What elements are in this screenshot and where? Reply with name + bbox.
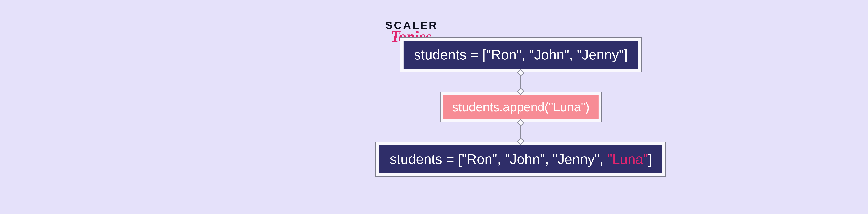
initial-list-node: students = ["Ron", "John", "Jenny"]	[400, 37, 642, 72]
connector-2	[520, 122, 521, 142]
result-prefix: students = ["Ron", "John", "Jenny",	[390, 151, 607, 167]
connector-1	[520, 72, 521, 92]
result-list-code: students = ["Ron", "John", "Jenny", "Lun…	[379, 145, 662, 173]
result-highlight: "Luna"	[607, 151, 648, 167]
append-diagram: students = ["Ron", "John", "Jenny"] stud…	[375, 37, 666, 177]
append-call-code: students.append("Luna")	[443, 95, 598, 119]
result-list-node: students = ["Ron", "John", "Jenny", "Lun…	[375, 142, 666, 177]
result-suffix: ]	[648, 151, 652, 167]
initial-list-code: students = ["Ron", "John", "Jenny"]	[403, 41, 638, 69]
append-call-node: students.append("Luna")	[440, 92, 602, 122]
